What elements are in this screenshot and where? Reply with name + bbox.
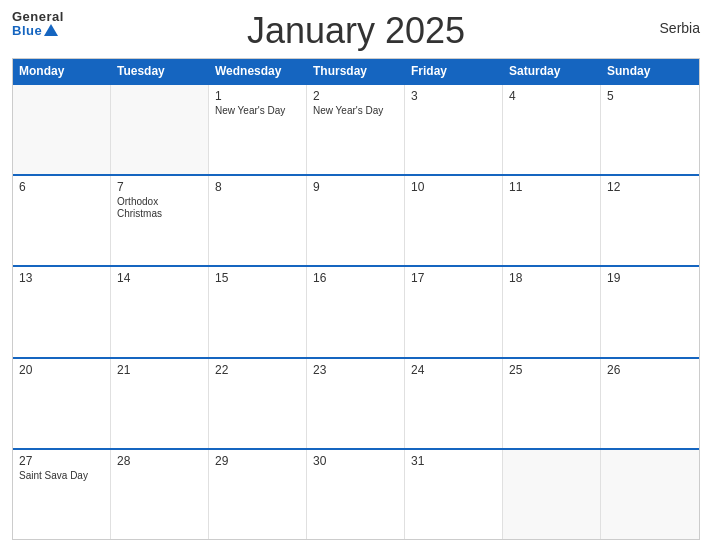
day-cell: 21 [111,359,209,448]
day-cell: 3 [405,85,503,174]
page-title: January 2025 [247,10,465,52]
day-number: 15 [215,271,300,285]
week-row-1: 1New Year's Day2New Year's Day345 [13,83,699,174]
day-number: 9 [313,180,398,194]
week-row-5: 27Saint Sava Day28293031 [13,448,699,539]
day-cell: 31 [405,450,503,539]
day-number: 12 [607,180,693,194]
day-number: 20 [19,363,104,377]
day-number: 11 [509,180,594,194]
day-cell: 23 [307,359,405,448]
day-number: 17 [411,271,496,285]
day-cell: 5 [601,85,699,174]
day-number: 6 [19,180,104,194]
country-label: Serbia [660,20,700,36]
calendar-header: General Blue January 2025 Serbia [12,10,700,52]
day-header-wednesday: Wednesday [209,59,307,83]
day-number: 27 [19,454,104,468]
holiday-label: Orthodox Christmas [117,196,202,220]
day-header-sunday: Sunday [601,59,699,83]
day-number: 31 [411,454,496,468]
day-header-friday: Friday [405,59,503,83]
day-cell: 13 [13,267,111,356]
day-number: 7 [117,180,202,194]
day-cell: 27Saint Sava Day [13,450,111,539]
holiday-label: New Year's Day [215,105,300,117]
day-number: 21 [117,363,202,377]
day-cell [111,85,209,174]
week-row-3: 13141516171819 [13,265,699,356]
day-number: 3 [411,89,496,103]
weeks-container: 1New Year's Day2New Year's Day34567Ortho… [13,83,699,539]
day-number: 18 [509,271,594,285]
day-cell [601,450,699,539]
day-cell [503,450,601,539]
day-cell: 2New Year's Day [307,85,405,174]
day-number: 13 [19,271,104,285]
day-cell: 28 [111,450,209,539]
day-header-saturday: Saturday [503,59,601,83]
day-cell: 19 [601,267,699,356]
day-number: 14 [117,271,202,285]
day-cell: 8 [209,176,307,265]
day-cell [13,85,111,174]
day-cell: 29 [209,450,307,539]
holiday-label: Saint Sava Day [19,470,104,482]
day-cell: 9 [307,176,405,265]
day-cell: 30 [307,450,405,539]
day-cell: 14 [111,267,209,356]
holiday-label: New Year's Day [313,105,398,117]
day-cell: 6 [13,176,111,265]
day-number: 8 [215,180,300,194]
day-number: 1 [215,89,300,103]
day-number: 2 [313,89,398,103]
day-cell: 20 [13,359,111,448]
day-number: 4 [509,89,594,103]
week-row-4: 20212223242526 [13,357,699,448]
day-number: 30 [313,454,398,468]
day-cell: 22 [209,359,307,448]
day-headers: MondayTuesdayWednesdayThursdayFridaySatu… [13,59,699,83]
day-number: 16 [313,271,398,285]
day-cell: 10 [405,176,503,265]
day-number: 5 [607,89,693,103]
day-cell: 26 [601,359,699,448]
logo-blue-text: Blue [12,24,42,38]
day-cell: 12 [601,176,699,265]
day-header-tuesday: Tuesday [111,59,209,83]
day-cell: 4 [503,85,601,174]
day-header-thursday: Thursday [307,59,405,83]
day-number: 24 [411,363,496,377]
day-number: 28 [117,454,202,468]
logo-general-text: General [12,10,64,24]
day-cell: 17 [405,267,503,356]
day-cell: 15 [209,267,307,356]
day-cell: 11 [503,176,601,265]
day-number: 29 [215,454,300,468]
day-number: 25 [509,363,594,377]
day-number: 22 [215,363,300,377]
day-cell: 24 [405,359,503,448]
day-cell: 18 [503,267,601,356]
day-number: 19 [607,271,693,285]
day-number: 10 [411,180,496,194]
day-cell: 16 [307,267,405,356]
day-header-monday: Monday [13,59,111,83]
calendar-grid: MondayTuesdayWednesdayThursdayFridaySatu… [12,58,700,540]
day-number: 23 [313,363,398,377]
logo-triangle-icon [44,24,58,36]
day-cell: 7Orthodox Christmas [111,176,209,265]
logo: General Blue [12,10,64,39]
week-row-2: 67Orthodox Christmas89101112 [13,174,699,265]
day-cell: 1New Year's Day [209,85,307,174]
calendar-container: General Blue January 2025 Serbia MondayT… [0,0,712,550]
day-cell: 25 [503,359,601,448]
day-number: 26 [607,363,693,377]
